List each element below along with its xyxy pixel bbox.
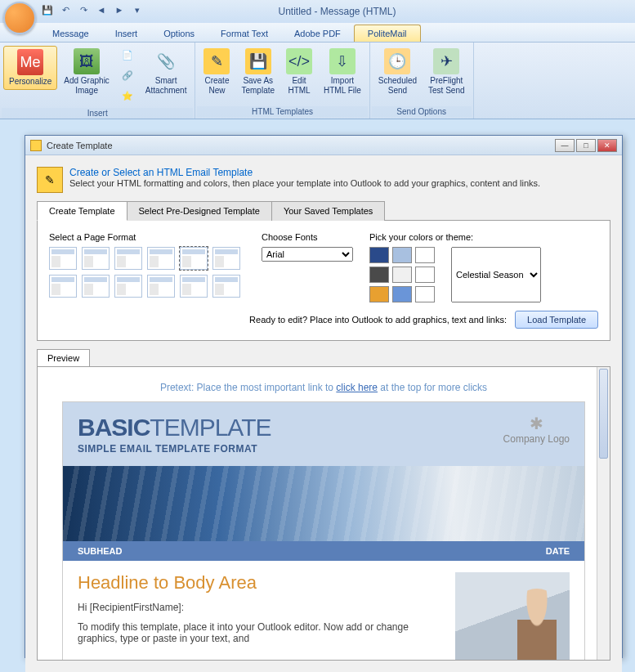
small-icon-2[interactable]: 🔗 (116, 66, 139, 86)
font-select[interactable]: Arial (262, 247, 353, 262)
edit-html-button[interactable]: </> Edit HTML (281, 46, 317, 97)
color-swatch[interactable] (415, 267, 435, 283)
format-thumb[interactable] (82, 275, 110, 298)
save-icon[interactable]: 💾 (41, 3, 54, 16)
quick-access-toolbar: 💾 ↶ ↷ ◄ ► ▾ (41, 3, 144, 16)
tab-politemail[interactable]: PoliteMail (354, 25, 421, 42)
color-swatch[interactable] (415, 247, 435, 263)
format-thumb[interactable] (114, 275, 142, 298)
group-label-templates: HTML Templates (197, 106, 367, 117)
subhead-label: SUBHEAD (78, 546, 122, 556)
format-thumb[interactable] (180, 275, 208, 298)
format-thumb[interactable] (212, 247, 240, 270)
attachment-icon: 📎 (153, 48, 179, 74)
dialog-description: Select your HTML formatting and colors, … (69, 178, 540, 188)
format-thumb[interactable] (180, 247, 208, 270)
edit-html-icon: </> (286, 48, 312, 74)
small-icon-3[interactable]: ⭐ (116, 87, 139, 106)
doc-icon: 📄 (121, 48, 134, 61)
format-thumb[interactable] (49, 247, 77, 270)
theme-select[interactable]: Celestial Season (451, 247, 541, 302)
tab-message[interactable]: Message (39, 25, 102, 42)
dialog-title: Create Template (47, 141, 113, 150)
logo-placeholder: Company Logo (503, 414, 570, 445)
pretext-link[interactable]: click here (336, 382, 378, 393)
scroll-thumb[interactable] (599, 369, 608, 459)
new-template-icon: ✎ (203, 48, 230, 74)
small-icon-1[interactable]: 📄 (116, 46, 139, 65)
prev-icon[interactable]: ◄ (95, 3, 108, 16)
format-thumb[interactable] (212, 275, 240, 298)
format-thumb[interactable] (147, 247, 175, 270)
color-swatch[interactable] (369, 267, 389, 283)
label-page-format: Select a Page Format (49, 232, 245, 242)
plane-icon: ✈ (433, 48, 459, 74)
preflight-button[interactable]: ✈ PreFlight Test Send (423, 46, 469, 97)
group-label-insert: Insert (2, 108, 193, 119)
pretext: Pretext: Place the most important link t… (62, 382, 585, 393)
date-label: DATE (546, 546, 570, 556)
dtab-saved[interactable]: Your Saved Templates (271, 201, 385, 221)
star-icon: ⭐ (121, 89, 134, 102)
greeting: Hi [RecipientFirstName]: (78, 602, 444, 613)
format-thumb[interactable] (147, 275, 175, 298)
office-button[interactable] (3, 2, 36, 34)
tab-options[interactable]: Options (150, 25, 208, 42)
header-icon: ✎ (37, 167, 63, 193)
tab-adobe-pdf[interactable]: Adobe PDF (281, 25, 354, 42)
format-thumbnails (49, 247, 245, 298)
color-swatch[interactable] (392, 267, 412, 283)
dtab-predesigned[interactable]: Select Pre-Designed Template (127, 201, 272, 221)
undo-icon[interactable]: ↶ (59, 3, 72, 16)
body-text: To modify this template, place it into y… (78, 621, 444, 644)
headline: Headline to Body Area (78, 572, 444, 594)
smart-attachment-button[interactable]: 📎 Smart Attachment (141, 46, 192, 97)
ribbon-tabs: Message Insert Options Format Text Adobe… (0, 23, 635, 43)
format-thumb[interactable] (82, 247, 110, 270)
group-label-send: Send Options (372, 106, 472, 117)
clock-icon: 🕒 (384, 48, 410, 74)
color-swatch[interactable] (369, 286, 389, 302)
label-colors: Pick your colors or theme: (369, 232, 541, 242)
qat-menu-icon[interactable]: ▾ (131, 3, 144, 16)
close-button[interactable]: ✕ (597, 139, 617, 152)
create-new-button[interactable]: ✎ Create New (199, 46, 235, 97)
scrollbar[interactable] (597, 367, 610, 660)
save-as-template-button[interactable]: 💾 Save As Template (236, 46, 279, 97)
format-thumb[interactable] (114, 247, 142, 270)
template-subtitle: SIMPLE EMAIL TEMPLATE FORMAT (78, 443, 271, 455)
color-swatch[interactable] (392, 247, 412, 263)
dtab-create[interactable]: Create Template (37, 201, 127, 221)
label-fonts: Choose Fonts (262, 232, 353, 242)
personalize-icon: Me (17, 49, 43, 75)
color-swatch[interactable] (369, 247, 389, 263)
preview-tab[interactable]: Preview (37, 349, 90, 366)
tab-insert[interactable]: Insert (102, 25, 151, 42)
create-template-dialog: Create Template — □ ✕ ✎ Create or Select… (25, 135, 623, 658)
dialog-titlebar: Create Template — □ ✕ (25, 136, 622, 155)
template-title: BASICTEMPLATE (78, 414, 271, 441)
image-icon: 🖼 (74, 48, 100, 74)
import-icon: ⇩ (329, 48, 356, 74)
color-swatches (369, 247, 443, 302)
link-icon: 🔗 (121, 69, 134, 82)
add-graphic-button[interactable]: 🖼 Add Graphic Image (59, 46, 114, 97)
color-swatch[interactable] (392, 286, 412, 302)
maximize-button[interactable]: □ (576, 139, 596, 152)
save-template-icon: 💾 (245, 48, 271, 74)
scheduled-send-button[interactable]: 🕒 Scheduled Send (373, 46, 422, 97)
load-template-button[interactable]: Load Template (515, 311, 598, 329)
minimize-button[interactable]: — (555, 139, 575, 152)
personalize-button[interactable]: Me Personalize (3, 46, 57, 90)
color-swatch[interactable] (415, 286, 435, 302)
titlebar: 💾 ↶ ↷ ◄ ► ▾ Untitled - Message (HTML) (0, 0, 635, 23)
hero-image (63, 466, 584, 541)
window-title: Untitled - Message (HTML) (278, 6, 396, 17)
format-thumb[interactable] (49, 275, 77, 298)
dialog-icon (30, 140, 42, 151)
tab-format-text[interactable]: Format Text (208, 25, 281, 42)
import-html-button[interactable]: ⇩ Import HTML File (319, 46, 366, 97)
redo-icon[interactable]: ↷ (77, 3, 90, 16)
ribbon: Me Personalize 🖼 Add Graphic Image 📄 🔗 ⭐… (0, 43, 635, 119)
next-icon[interactable]: ► (113, 3, 126, 16)
